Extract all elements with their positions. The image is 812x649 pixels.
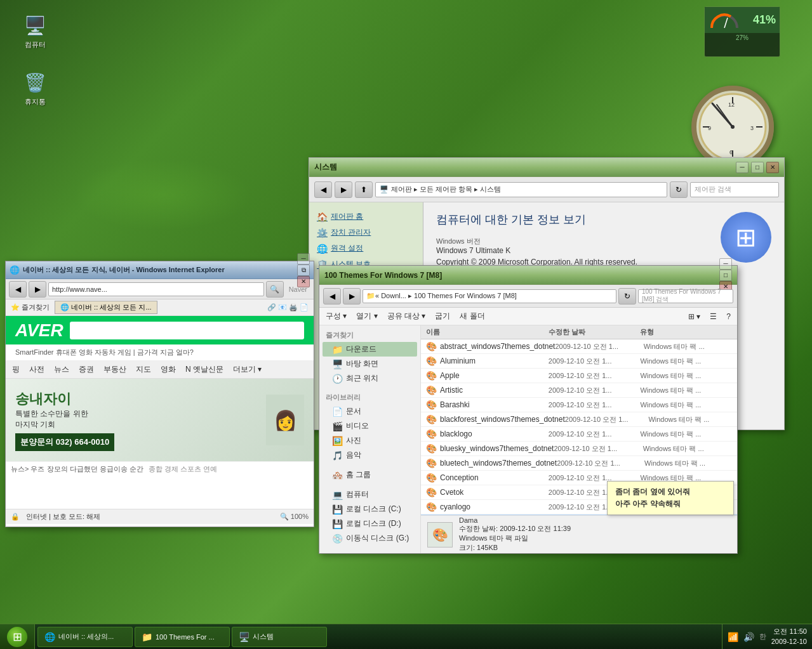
tray-ime-icon[interactable]: 한 [759,632,766,641]
fe-preview-btn[interactable]: ☰ [710,312,717,321]
nav-oldnews[interactable]: N 옛날신문 [185,364,223,375]
ie-menubar: ⭐ 즐겨찾기 🌐 네이버 :: 세상의 모든 지... 🔗 📧 🖨️ 📄 [6,299,314,316]
windows-version-label: Windows 버전 [436,237,711,246]
homegroup-section: 🏘️ 홈 그룹 [323,468,417,482]
sidebar-videos[interactable]: 🎬 비디오 [323,419,417,433]
file-row-aluminium[interactable]: 🎨 Aluminium 2009-12-10 오전 1... Windows 테… [421,354,737,369]
ie-forward-btn[interactable]: ▶ [29,281,46,298]
system-content-title: 컴퓨터에 대한 기본 정보 보기 [436,212,711,227]
sidebar-downloads[interactable]: 📁 다운로드 [323,342,417,357]
ie-restore-btn[interactable]: ⧉ [297,265,310,276]
taskbar-system[interactable]: 🖥️ 시스템 [232,627,327,647]
refresh-btn[interactable]: ↻ [670,181,688,198]
ie-back-btn[interactable]: ◀ [9,281,27,298]
up-btn[interactable]: ⬆ [355,181,373,198]
forward-btn[interactable]: ▶ [335,181,352,198]
tray-network-icon[interactable]: 📶 [728,632,738,642]
search-bar[interactable]: 제어판 검색 [690,182,779,197]
sidebar-device-manager[interactable]: ⚙️ 장치 관리자 [316,225,416,240]
file-row-apple[interactable]: 🎨 Apple 2009-12-10 오전 1... Windows 테마 팩 … [421,369,737,383]
ie-url-bar[interactable]: http://www.nave... [48,282,264,296]
fe-search-placeholder: 100 Themes For Windows 7 [M8] 검색 [642,288,729,304]
drive-g-icon: 💿 [332,534,343,544]
ie-tab[interactable]: 🌐 네이버 :: 세상의 모든 지... [55,301,157,314]
sidebar-homegroup[interactable]: 🏘️ 홈 그룹 [323,468,417,482]
nav-map[interactable]: 지도 [136,364,151,375]
fe-menu-share[interactable]: 공유 대상 ▾ [387,311,426,322]
fe-menu-new-folder[interactable]: 새 폴더 [460,311,484,322]
naver-search-box[interactable] [70,322,304,339]
file-row-barashki[interactable]: 🎨 Barashki 2009-12-10 오전 1... Windows 테마… [421,398,737,412]
address-bar[interactable]: 🖥️ 제어판 ▸ 모든 제어판 항목 ▸ 시스템 [375,182,667,197]
file-name-text: bluetech_windows7themes_dotnet [440,459,557,468]
sidebar-documents[interactable]: 📄 문서 [323,404,417,419]
sidebar-drive-d[interactable]: 💾 로컬 디스크 (D:) [323,516,417,531]
column-name-header[interactable]: 이름 [426,327,549,337]
file-row-bluetech_windows7themes_dotnet[interactable]: 🎨 bluetech_windows7themes_dotnet 2009-12… [421,456,737,471]
column-type-header[interactable]: 유형 [640,327,732,337]
sidebar-control-panel-home[interactable]: 🏠 제어판 홈 [316,209,416,225]
fe-menu-burn[interactable]: 굽기 [435,311,450,322]
fe-help-btn[interactable]: ? [726,312,731,321]
nav-realestate[interactable]: 부동산 [103,364,126,375]
taskbar-ie[interactable]: 🌐 네이버 :: 세상의... [37,627,133,647]
sidebar-drive-c[interactable]: 💾 로컬 디스크 (C:) [323,502,417,516]
file-row-blacklogo[interactable]: 🎨 blacklogo 2009-12-10 오전 1... Windows 테… [421,427,737,442]
svg-text:9: 9 [708,125,711,131]
desktop-icon-recycle[interactable]: 🗑️ 휴지통 [13,70,57,107]
system-panel-titlebar: 시스템 ─ □ ✕ [309,158,784,177]
fe-forward-btn[interactable]: ▶ [343,288,361,305]
nav-movies[interactable]: 영화 [161,364,176,375]
tray-volume-icon[interactable]: 🔊 [743,632,754,642]
fe-search-bar[interactable]: 100 Themes For Windows 7 [M8] 검색 [638,289,733,303]
system-clock[interactable]: 오전 11:50 2009-12-10 [771,627,807,646]
fe-menu-open[interactable]: 열기 ▾ [356,311,377,322]
file-row-artistic[interactable]: 🎨 Artistic 2009-12-10 오전 1... Windows 테마… [421,383,737,398]
ie-minimize-btn[interactable]: ─ [297,253,310,265]
nav-dict[interactable]: 사전 [29,364,44,375]
sidebar-recent[interactable]: 🕐 최근 위치 [323,371,417,386]
fe-address-bar[interactable]: 📁 « Downl... ▸ 100 Themes For Windows 7 … [363,289,616,303]
system-panel-minimize-btn[interactable]: ─ [736,162,749,173]
file-row-abstract_windows7themes_dotnet[interactable]: 🎨 abstract_windows7themes_dotnet 2009-12… [421,339,737,354]
file-icon: 🎨 [426,400,437,410]
tooltip-line2: 아주 아주 약속해줘 [615,499,726,509]
nav-news[interactable]: 뉴스 [54,364,69,375]
desktop-icon-computer[interactable]: 🖥️ 컴퓨터 [13,13,57,49]
fe-minimize-btn[interactable]: ─ [719,258,732,270]
fe-view-options[interactable]: ⊞ ▾ [688,312,700,321]
file-name-text: bluesky_windows7themes_dotnet [440,444,554,453]
fe-refresh-btn[interactable]: ↻ [618,288,636,305]
file-date: 2009-12-10 오전 1... [549,429,641,439]
smartfinder-bar: SmartFinder 휴대폰 영화 자동차 게임 | 금가격 지금 얼마? [6,344,314,361]
recycle-icon-label: 휴지통 [25,97,46,107]
sidebar-computer[interactable]: 💻 컴퓨터 [323,487,417,502]
nav-more[interactable]: 더보기 ▾ [233,364,262,375]
taskbar-explorer[interactable]: 📁 100 Themes For ... [135,627,230,647]
fe-back-btn[interactable]: ◀ [323,288,341,305]
file-row-bluesky_windows7themes_dotnet[interactable]: 🎨 bluesky_windows7themes_dotnet 2009-12-… [421,442,737,456]
file-explorer-toolbar: ◀ ▶ 📁 « Downl... ▸ 100 Themes For Window… [319,285,737,308]
file-row-blackforest_windows7themes_dotnet[interactable]: 🎨 blackforest_windows7themes_dotnet 2009… [421,412,737,427]
back-btn[interactable]: ◀ [314,181,332,198]
fe-maximize-btn[interactable]: □ [719,270,732,281]
nav-ping[interactable]: 핑 [12,364,20,375]
ie-search-btn[interactable]: 🔍 [266,281,284,298]
ie-icon: 🌐 [10,265,20,275]
fe-menu-organize[interactable]: 구성 ▾ [326,311,347,322]
nav-stocks[interactable]: 증권 [79,364,94,375]
search-placeholder: 제어판 검색 [695,185,731,194]
system-panel-close-btn[interactable]: ✕ [766,162,779,173]
sidebar-music[interactable]: 🎵 음악 [323,448,417,462]
sidebar-drive-g[interactable]: 💿 이동식 디스크 (G:) [323,531,417,546]
picture-icon: 🖼️ [332,436,343,446]
start-button[interactable]: ⊞ [0,624,35,650]
ie-favorites-menu[interactable]: ⭐ 즐겨찾기 [11,303,50,312]
sidebar-item-label: 음악 [346,450,361,461]
column-date-header[interactable]: 수정한 날짜 [549,327,641,337]
file-type: Windows 테마 팩 ... [644,342,732,351]
system-panel-maximize-btn[interactable]: □ [751,162,764,173]
sidebar-remote-settings[interactable]: 🌐 원격 설정 [316,240,416,256]
sidebar-pictures[interactable]: 🖼️ 사진 [323,433,417,448]
sidebar-desktop[interactable]: 🖥️ 바탕 화면 [323,357,417,371]
